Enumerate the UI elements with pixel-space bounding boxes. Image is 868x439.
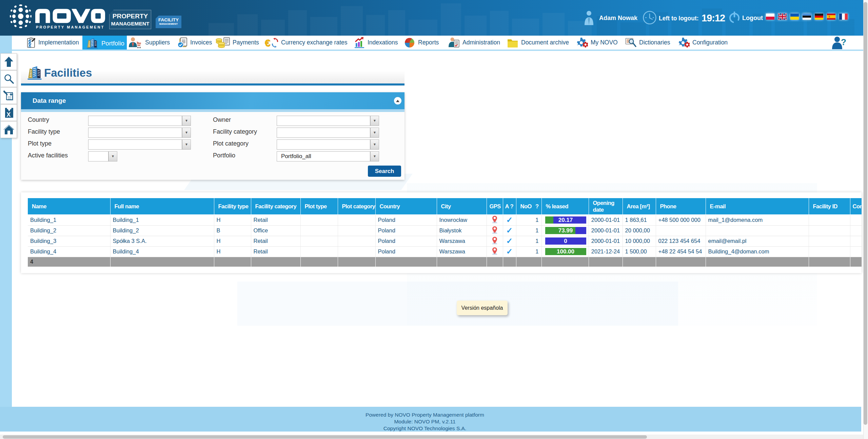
svg-text:?: ? xyxy=(841,37,846,47)
svg-text:€: € xyxy=(265,37,271,49)
svg-text:X: X xyxy=(6,111,11,118)
